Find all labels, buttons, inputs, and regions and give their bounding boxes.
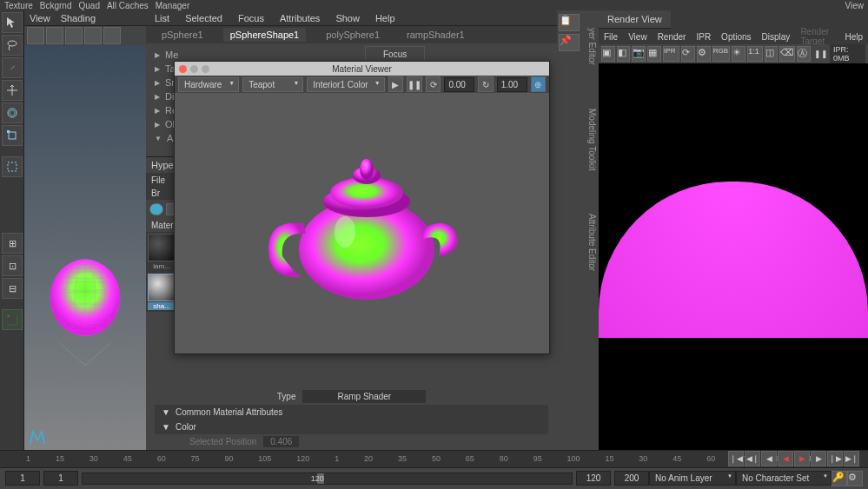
perspective-viewport[interactable]: persp [24, 45, 146, 489]
snapshot-icon[interactable]: 📷 [632, 46, 646, 62]
mv-rotation-input[interactable]: 0.00 [444, 77, 474, 92]
common-material-header[interactable]: ▼ Common Material Attributes [155, 405, 548, 420]
arnold-icon[interactable]: Ⓐ [797, 46, 811, 62]
selected-menu[interactable]: Selected [185, 13, 222, 23]
tab-psphere1[interactable]: pSphere1 [155, 28, 210, 42]
pin-tab-icon[interactable]: 📌 [559, 34, 580, 51]
window-close-icon[interactable] [179, 65, 187, 73]
character-set-dropdown[interactable]: No Character Set [736, 471, 832, 486]
exposure-icon[interactable]: ☀ [732, 46, 745, 62]
attr-section[interactable]: ▶Me [155, 48, 548, 62]
mv-play-icon[interactable]: ▶ [388, 76, 403, 92]
remove-image-icon[interactable]: ⌫ [779, 46, 795, 62]
zoom-11-badge[interactable]: 1:1 [747, 46, 762, 62]
focus-menu[interactable]: Focus [238, 13, 264, 23]
mv-refresh-icon[interactable]: ⟳ [426, 76, 441, 92]
autokey-icon[interactable]: 🔑 [832, 471, 847, 486]
anim-layer-dropdown[interactable]: No Anim Layer [649, 471, 736, 486]
ipr-badge[interactable]: IPR [663, 46, 679, 62]
render-frame-icon[interactable]: ▦ [647, 46, 661, 62]
film-gate-icon[interactable] [103, 27, 121, 44]
play-fwd-icon[interactable]: ▶ [811, 451, 826, 466]
prefs-icon[interactable]: ⚙ [847, 471, 863, 486]
construction-history-icon[interactable]: ⬛ [2, 309, 23, 330]
shelf-item[interactable]: Bckgrnd [40, 1, 72, 10]
bookmark-icon[interactable] [46, 27, 63, 44]
show-menu[interactable]: Show [335, 13, 360, 23]
snap-point-icon[interactable]: ⊟ [2, 278, 23, 299]
view-menu[interactable]: View [30, 13, 50, 23]
window-minimize-icon[interactable] [190, 65, 198, 73]
goto-start-icon[interactable]: ❘◀ [728, 451, 744, 466]
environment-dropdown[interactable]: Interior1 Color [307, 77, 384, 92]
rotate-tool-icon[interactable] [2, 102, 23, 123]
brush-tool-icon[interactable] [2, 57, 23, 78]
play-fwd-red-icon[interactable]: ▶ [794, 451, 810, 466]
keep-image-icon[interactable]: ◫ [765, 46, 779, 62]
snap-grid-icon[interactable]: ⊞ [2, 233, 23, 254]
rv-display-menu[interactable]: Display [762, 32, 791, 42]
shelf-item[interactable]: All Caches [107, 1, 149, 10]
renderer-dropdown[interactable]: Hardware [178, 77, 239, 92]
material-thumb-lambert[interactable] [148, 234, 176, 261]
render-viewport[interactable] [599, 63, 868, 456]
settings-icon[interactable]: ⚙ [697, 46, 711, 62]
range-slider[interactable]: 120 [82, 472, 573, 485]
window-zoom-icon[interactable] [202, 65, 209, 73]
anim-start-input[interactable] [5, 471, 40, 486]
vtab-attribute-editor[interactable]: Attribute Editor [583, 205, 599, 280]
step-fwd-icon[interactable]: ❘▶ [827, 451, 843, 466]
geometry-dropdown[interactable]: Teapot [242, 77, 303, 92]
play-back-red-icon[interactable]: ◀ [778, 451, 793, 466]
material-thumb-shader[interactable] [148, 274, 176, 301]
color-header[interactable]: ▼ Color [155, 420, 548, 434]
mv-link-icon[interactable]: ⊕ [531, 76, 546, 92]
tab-polysphere1[interactable]: polySphere1 [319, 28, 387, 42]
mv-rotate-icon[interactable]: ↻ [478, 76, 493, 92]
rv-help-menu[interactable]: Help [845, 32, 863, 42]
refresh-icon[interactable]: ⟳ [681, 46, 695, 62]
vtab-layer-editor[interactable]: yer Editor [583, 19, 599, 74]
render-icon[interactable]: ▣ [601, 46, 615, 62]
play-back-icon[interactable]: ◀ [761, 451, 777, 466]
scale-tool-icon[interactable] [2, 125, 23, 146]
help-menu[interactable]: Help [375, 13, 395, 23]
shelf-item[interactable]: View [845, 1, 865, 10]
shelf-item[interactable]: Texture [4, 1, 33, 10]
mv-titlebar[interactable]: Material Viewer [175, 62, 549, 76]
vtab-modeling-toolkit[interactable]: Modeling Toolkit [583, 100, 599, 180]
rgb-badge[interactable]: RGB [712, 46, 731, 62]
image-plane-icon[interactable] [65, 27, 83, 44]
rv-render-menu[interactable]: Render [658, 32, 686, 42]
mv-preview-viewport[interactable] [175, 93, 549, 354]
render-region-icon[interactable]: ◧ [617, 46, 631, 62]
marquee-tool-icon[interactable] [2, 156, 23, 177]
shelf-item[interactable]: Manager [156, 1, 189, 10]
range-end-input[interactable] [576, 471, 611, 486]
lasso-tool-icon[interactable] [2, 35, 23, 56]
tab-rampshader1[interactable]: rampShader1 [400, 28, 472, 42]
range-start-input[interactable] [43, 471, 78, 486]
shelf-item[interactable]: Quad [78, 1, 99, 10]
render-view-tab[interactable]: Render View [599, 10, 671, 29]
shading-menu[interactable]: Shading [61, 13, 96, 23]
snap-curve-icon[interactable]: ⊡ [2, 255, 23, 276]
rv-options-menu[interactable]: Options [721, 32, 751, 42]
copy-tab-icon[interactable]: 📋 [559, 14, 580, 31]
camera-select-icon[interactable] [27, 27, 44, 44]
rv-ipr-menu[interactable]: IPR [696, 32, 711, 42]
mv-pause-icon[interactable]: ❚❚ [407, 76, 422, 92]
gate-mask-icon[interactable] [84, 27, 102, 44]
toggle-on-icon[interactable] [149, 203, 163, 215]
move-tool-icon[interactable] [2, 80, 23, 101]
rv-view-menu[interactable]: View [628, 32, 647, 42]
attributes-menu[interactable]: Attributes [280, 13, 320, 23]
tab-psphereshape1[interactable]: pSphereShape1 [223, 28, 307, 42]
step-back-icon[interactable]: ◀❘ [745, 451, 760, 466]
timeline-ruler[interactable]: 1 15 30 45 60 75 90 105 120 1 20 35 50 6… [0, 451, 868, 468]
rv-file-menu[interactable]: File [604, 32, 618, 42]
list-menu[interactable]: List [155, 13, 169, 23]
mv-exposure-input[interactable]: 1.00 [497, 77, 527, 92]
hs-file-menu[interactable]: File [151, 175, 165, 185]
goto-end-icon[interactable]: ▶❘ [844, 451, 859, 466]
